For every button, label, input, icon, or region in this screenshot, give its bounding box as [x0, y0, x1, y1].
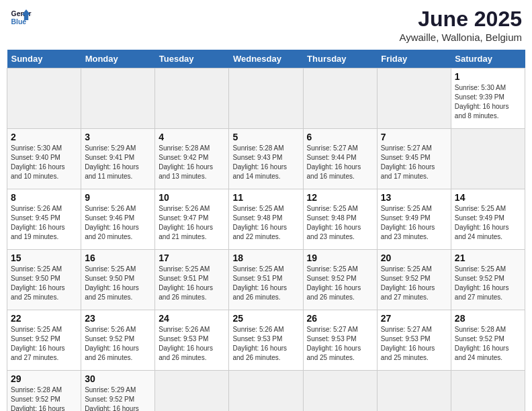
day-detail: Sunrise: 5:25 AMSunset: 9:52 PMDaylight:… [307, 265, 361, 301]
calendar-table: SundayMondayTuesdayWednesdayThursdayFrid… [7, 50, 525, 411]
day-detail: Sunrise: 5:25 AMSunset: 9:50 PMDaylight:… [11, 265, 65, 301]
day-number: 28 [455, 313, 521, 324]
day-detail: Sunrise: 5:26 AMSunset: 9:52 PMDaylight:… [85, 326, 139, 361]
day-number: 4 [159, 132, 225, 142]
week-row: 2Sunrise: 5:30 AMSunset: 9:40 PMDaylight… [7, 129, 525, 189]
day-detail: Sunrise: 5:25 AMSunset: 9:52 PMDaylight:… [455, 265, 509, 301]
day-cell: 18Sunrise: 5:25 AMSunset: 9:51 PMDayligh… [229, 250, 303, 310]
day-detail: Sunrise: 5:27 AMSunset: 9:53 PMDaylight:… [381, 326, 435, 361]
day-cell: 11Sunrise: 5:25 AMSunset: 9:48 PMDayligh… [229, 189, 303, 250]
day-cell [155, 371, 229, 412]
day-number: 22 [11, 313, 77, 324]
day-number: 2 [11, 132, 77, 142]
col-header-sunday: Sunday [7, 50, 81, 68]
day-number: 16 [85, 253, 151, 263]
day-cell: 21Sunrise: 5:25 AMSunset: 9:52 PMDayligh… [451, 250, 525, 310]
week-row: 29Sunrise: 5:28 AMSunset: 9:52 PMDayligh… [7, 371, 525, 412]
day-number: 15 [11, 253, 77, 263]
week-row: 15Sunrise: 5:25 AMSunset: 9:50 PMDayligh… [7, 250, 525, 310]
day-cell [451, 371, 525, 412]
month-title: June 2025 [399, 7, 522, 32]
logo: General Blue [10, 7, 32, 28]
day-detail: Sunrise: 5:26 AMSunset: 9:53 PMDaylight:… [232, 326, 287, 361]
day-cell: 4Sunrise: 5:28 AMSunset: 9:42 PMDaylight… [155, 129, 229, 189]
day-number: 14 [455, 192, 521, 203]
day-number: 19 [307, 253, 373, 263]
day-detail: Sunrise: 5:30 AMSunset: 9:40 PMDaylight:… [11, 144, 65, 180]
day-detail: Sunrise: 5:26 AMSunset: 9:46 PMDaylight:… [85, 205, 139, 240]
day-number: 24 [159, 313, 225, 324]
day-detail: Sunrise: 5:29 AMSunset: 9:41 PMDaylight:… [85, 144, 139, 180]
day-detail: Sunrise: 5:26 AMSunset: 9:47 PMDaylight:… [159, 205, 213, 240]
day-cell: 9Sunrise: 5:26 AMSunset: 9:46 PMDaylight… [81, 189, 155, 250]
day-detail: Sunrise: 5:27 AMSunset: 9:45 PMDaylight:… [381, 144, 435, 180]
day-cell: 24Sunrise: 5:26 AMSunset: 9:53 PMDayligh… [155, 310, 229, 371]
day-number: 13 [381, 192, 447, 203]
empty-cell [377, 68, 451, 129]
day-number: 26 [307, 313, 373, 324]
day-detail: Sunrise: 5:25 AMSunset: 9:51 PMDaylight:… [159, 265, 213, 301]
day-detail: Sunrise: 5:27 AMSunset: 9:44 PMDaylight:… [307, 144, 361, 180]
week-row: 22Sunrise: 5:25 AMSunset: 9:52 PMDayligh… [7, 310, 525, 371]
day-detail: Sunrise: 5:25 AMSunset: 9:48 PMDaylight:… [307, 205, 361, 240]
empty-cell [155, 68, 229, 129]
day-cell: 15Sunrise: 5:25 AMSunset: 9:50 PMDayligh… [7, 250, 81, 310]
day-cell: 25Sunrise: 5:26 AMSunset: 9:53 PMDayligh… [229, 310, 303, 371]
day-cell: 13Sunrise: 5:25 AMSunset: 9:49 PMDayligh… [377, 189, 451, 250]
logo-icon: General Blue [10, 7, 32, 28]
day-cell: 7Sunrise: 5:27 AMSunset: 9:45 PMDaylight… [377, 129, 451, 189]
empty-cell [303, 68, 377, 129]
day-number: 10 [159, 192, 225, 203]
day-cell: 14Sunrise: 5:25 AMSunset: 9:49 PMDayligh… [451, 189, 525, 250]
title-area: June 2025 Aywaille, Wallonia, Belgium [399, 7, 522, 43]
day-number: 25 [232, 313, 299, 324]
day-number: 3 [85, 132, 151, 142]
day-detail: Sunrise: 5:26 AMSunset: 9:53 PMDaylight:… [159, 326, 213, 361]
day-cell: 2Sunrise: 5:30 AMSunset: 9:40 PMDaylight… [7, 129, 81, 189]
col-header-monday: Monday [81, 50, 155, 68]
day-cell: 19Sunrise: 5:25 AMSunset: 9:52 PMDayligh… [303, 250, 377, 310]
day-number: 11 [232, 192, 299, 203]
day-cell: 28Sunrise: 5:28 AMSunset: 9:52 PMDayligh… [451, 310, 525, 371]
day-cell [303, 371, 377, 412]
header-row: SundayMondayTuesdayWednesdayThursdayFrid… [7, 50, 525, 68]
empty-cell [81, 68, 155, 129]
day-number: 29 [11, 373, 77, 384]
day-number: 21 [455, 253, 521, 263]
day-detail: Sunrise: 5:25 AMSunset: 9:48 PMDaylight:… [232, 205, 287, 240]
header: General Blue June 2025 Aywaille, Walloni… [7, 7, 525, 43]
week-row: 8Sunrise: 5:26 AMSunset: 9:45 PMDaylight… [7, 189, 525, 250]
day-cell [229, 371, 303, 412]
day-detail: Sunrise: 5:28 AMSunset: 9:42 PMDaylight:… [159, 144, 213, 180]
day-detail: Sunrise: 5:28 AMSunset: 9:52 PMDaylight:… [455, 326, 509, 361]
col-header-tuesday: Tuesday [155, 50, 229, 68]
day-detail: Sunrise: 5:29 AMSunset: 9:52 PMDaylight:… [85, 386, 139, 411]
day-number: 30 [85, 373, 151, 384]
day-number: 20 [381, 253, 447, 263]
day-number: 1 [455, 71, 521, 82]
day-number: 5 [232, 132, 299, 142]
day-number: 18 [232, 253, 299, 263]
col-header-wednesday: Wednesday [229, 50, 303, 68]
day-cell: 10Sunrise: 5:26 AMSunset: 9:47 PMDayligh… [155, 189, 229, 250]
day-detail: Sunrise: 5:27 AMSunset: 9:53 PMDaylight:… [307, 326, 361, 361]
day-cell: 1Sunrise: 5:30 AMSunset: 9:39 PMDaylight… [451, 68, 525, 129]
day-cell: 26Sunrise: 5:27 AMSunset: 9:53 PMDayligh… [303, 310, 377, 371]
day-cell: 6Sunrise: 5:27 AMSunset: 9:44 PMDaylight… [303, 129, 377, 189]
location-title: Aywaille, Wallonia, Belgium [399, 32, 522, 43]
empty-cell [229, 68, 303, 129]
empty-cell [7, 68, 81, 129]
day-number: 27 [381, 313, 447, 324]
col-header-saturday: Saturday [451, 50, 525, 68]
day-cell: 22Sunrise: 5:25 AMSunset: 9:52 PMDayligh… [7, 310, 81, 371]
day-cell: 30Sunrise: 5:29 AMSunset: 9:52 PMDayligh… [81, 371, 155, 412]
day-cell: 23Sunrise: 5:26 AMSunset: 9:52 PMDayligh… [81, 310, 155, 371]
day-cell: 29Sunrise: 5:28 AMSunset: 9:52 PMDayligh… [7, 371, 81, 412]
week-row: 1Sunrise: 5:30 AMSunset: 9:39 PMDaylight… [7, 68, 525, 129]
day-detail: Sunrise: 5:25 AMSunset: 9:50 PMDaylight:… [85, 265, 139, 301]
page-container: General Blue June 2025 Aywaille, Walloni… [7, 7, 525, 411]
day-cell: 27Sunrise: 5:27 AMSunset: 9:53 PMDayligh… [377, 310, 451, 371]
day-number: 23 [85, 313, 151, 324]
day-number: 6 [307, 132, 373, 142]
day-detail: Sunrise: 5:28 AMSunset: 9:43 PMDaylight:… [232, 144, 287, 180]
